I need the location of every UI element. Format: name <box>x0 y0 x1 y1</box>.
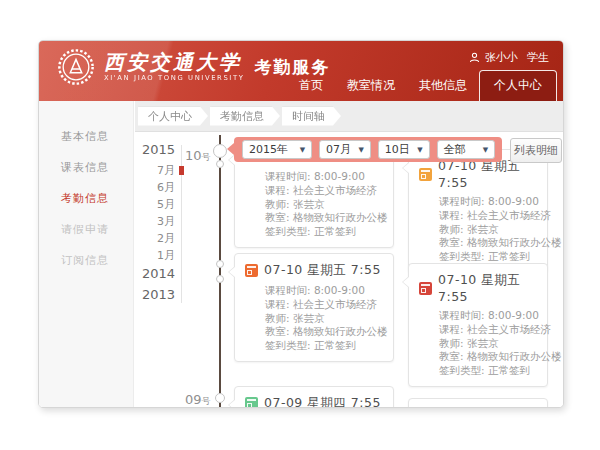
card-field: 课程时间: 8:00-9:00 <box>439 195 537 209</box>
card-field: 课程: 社会主义市场经济 <box>439 323 537 337</box>
nav-home[interactable]: 首页 <box>287 72 335 101</box>
breadcrumb: 个人中心 考勤信息 时间轴 <box>135 101 563 132</box>
checkin-status-icon <box>419 282 432 295</box>
attendance-card-clipped[interactable] <box>408 398 548 408</box>
nav-personal-center[interactable]: 个人中心 <box>479 70 557 101</box>
chevron-down-icon: ▼ <box>483 146 488 154</box>
card-field: 教室: 格物致知行政办公楼 <box>439 236 537 250</box>
day-suffix: 号 <box>202 152 211 162</box>
card-field: 教师: 张芸京 <box>439 337 537 351</box>
nav-classrooms[interactable]: 教室情况 <box>335 72 407 101</box>
card-field: 教室: 格物致知行政办公楼 <box>265 211 383 225</box>
chevron-down-icon: ▼ <box>358 146 363 154</box>
breadcrumb-personal-center[interactable]: 个人中心 <box>138 107 208 126</box>
axis-month-3[interactable]: 3月 <box>135 214 175 229</box>
axis-month-7[interactable]: 7月 <box>135 163 175 178</box>
attendance-card[interactable]: 07-10 星期五 7:55 课程时间: 8:00-9:00 课程: 社会主义市… <box>408 149 548 273</box>
axis-year-2014[interactable]: 2014 <box>135 266 175 281</box>
card-field: 教室: 格物致知行政办公楼 <box>265 325 383 339</box>
university-name-zh: 西安交通大学 <box>104 52 244 72</box>
sidebar-item-subscription[interactable]: 订阅信息 <box>39 245 133 276</box>
nav-other-info[interactable]: 其他信息 <box>407 72 479 101</box>
card-field: 签到类型: 正常签到 <box>439 364 537 378</box>
checkin-status-icon <box>245 397 258 408</box>
timeline-node <box>216 160 224 168</box>
user-info[interactable]: 张小小 学生 <box>469 50 549 65</box>
sidebar: 基本信息 课表信息 考勤信息 请假申请 订阅信息 <box>39 101 134 407</box>
axis-month-1[interactable]: 1月 <box>135 248 175 263</box>
attendance-app-window: 西安交通大学 XI'AN JIAO TONG UNIVERSITY 考勤服务 张… <box>38 40 564 408</box>
list-detail-button[interactable]: 列表明细 <box>510 138 562 163</box>
top-nav: 首页 教室情况 其他信息 个人中心 <box>287 70 557 101</box>
card-field: 课程时间: 8:00-9:00 <box>439 309 537 323</box>
screen: 西安交通大学 XI'AN JIAO TONG UNIVERSITY 考勤服务 张… <box>0 0 600 450</box>
university-name-en: XI'AN JIAO TONG UNIVERSITY <box>104 75 244 82</box>
user-icon <box>469 52 480 63</box>
card-title: 07-10 星期五 7:55 <box>438 272 537 304</box>
day-marker-09: 09号 <box>185 389 211 408</box>
type-select-value: 全部 <box>444 142 466 157</box>
chevron-down-icon: ▼ <box>417 146 422 154</box>
attendance-card[interactable]: 07-09 星期四 7:55 <box>234 386 394 408</box>
timeline-area: 2015 7月 6月 5月 3月 2月 1月 2014 2013 10号 <box>135 131 563 407</box>
user-role: 学生 <box>527 50 549 65</box>
breadcrumb-timeline[interactable]: 时间轴 <box>282 107 341 126</box>
year-select-value: 2015年 <box>249 142 288 157</box>
card-field: 签到类型: 正常签到 <box>439 250 537 264</box>
timeline-node <box>215 393 225 403</box>
timeline-node <box>216 275 224 283</box>
day-select-value: 10日 <box>385 142 410 157</box>
chevron-down-icon: ▼ <box>300 146 305 154</box>
card-field: 课程: 社会主义市场经济 <box>265 184 383 198</box>
card-field: 课程: 社会主义市场经济 <box>439 209 537 223</box>
date-filter-bar: 2015年 ▼ 07月 ▼ 10日 ▼ 全部 ▼ <box>234 137 502 162</box>
card-field: 签到类型: 正常签到 <box>265 225 383 239</box>
axis-year-2015[interactable]: 2015 <box>135 142 175 157</box>
month-select-value: 07月 <box>326 142 351 157</box>
card-title: 07-09 星期四 7:55 <box>264 395 381 408</box>
card-field: 课程时间: 8:00-9:00 <box>265 170 383 184</box>
axis-month-5[interactable]: 5月 <box>135 197 175 212</box>
timeline-node <box>213 144 227 158</box>
card-field: 签到类型: 正常签到 <box>265 339 383 353</box>
day-marker-10: 10号 <box>185 145 211 164</box>
user-name: 张小小 <box>485 50 518 65</box>
axis-month-6[interactable]: 6月 <box>135 180 175 195</box>
breadcrumb-attendance[interactable]: 考勤信息 <box>210 107 280 126</box>
year-select[interactable]: 2015年 ▼ <box>242 140 312 159</box>
sidebar-item-basic-info[interactable]: 基本信息 <box>39 121 133 152</box>
day-number: 09 <box>185 392 202 407</box>
day-number: 10 <box>185 148 202 163</box>
type-select[interactable]: 全部 ▼ <box>437 140 495 159</box>
card-field: 课程: 社会主义市场经济 <box>265 298 383 312</box>
timeline-node <box>216 260 224 268</box>
attendance-card[interactable]: 07-10 星期五 7:55 课程时间: 8:00-9:00 课程: 社会主义市… <box>234 253 394 362</box>
sidebar-item-timetable[interactable]: 课表信息 <box>39 152 133 183</box>
university-emblem-icon <box>57 48 95 86</box>
sidebar-item-leave-request[interactable]: 请假申请 <box>39 214 133 245</box>
content-area: 基本信息 课表信息 考勤信息 请假申请 订阅信息 个人中心 考勤信息 时间轴 2… <box>39 101 563 407</box>
checkin-status-icon <box>245 264 258 277</box>
day-select[interactable]: 10日 ▼ <box>378 140 430 159</box>
card-title: 07-10 星期五 7:55 <box>264 262 381 279</box>
axis-year-2013[interactable]: 2013 <box>135 287 175 302</box>
app-header: 西安交通大学 XI'AN JIAO TONG UNIVERSITY 考勤服务 张… <box>39 41 563 101</box>
main-panel: 个人中心 考勤信息 时间轴 2015 7月 6月 5月 3月 2月 1月 201… <box>135 101 563 407</box>
current-month-marker <box>179 166 184 175</box>
day-suffix: 号 <box>202 396 211 406</box>
card-field: 课程时间: 8:00-9:00 <box>265 284 383 298</box>
sidebar-item-attendance[interactable]: 考勤信息 <box>39 183 133 214</box>
timeline-line <box>219 135 221 407</box>
card-field: 教师: 张芸京 <box>439 223 537 237</box>
checkin-status-icon <box>419 168 432 181</box>
month-select[interactable]: 07月 ▼ <box>319 140 371 159</box>
card-field: 教师: 张芸京 <box>265 198 383 212</box>
axis-month-2[interactable]: 2月 <box>135 231 175 246</box>
attendance-card[interactable]: 07-10 星期五 7:55 课程时间: 8:00-9:00 课程: 社会主义市… <box>408 263 548 387</box>
card-field: 教室: 格物致知行政办公楼 <box>439 350 537 364</box>
card-field: 教师: 张芸京 <box>265 312 383 326</box>
university-name: 西安交通大学 XI'AN JIAO TONG UNIVERSITY <box>104 52 244 82</box>
